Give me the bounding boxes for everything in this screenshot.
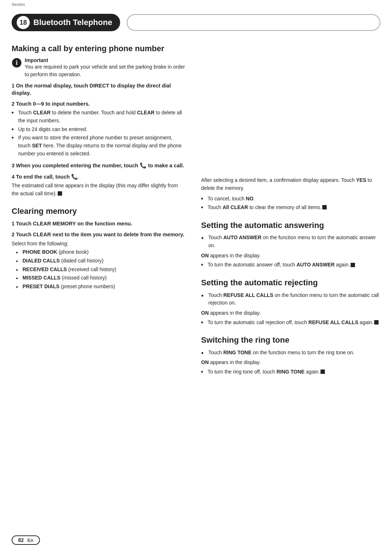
step-4-body: The estimated call time appears in the d… [12, 182, 185, 197]
section-label: Section [0, 0, 392, 7]
bullet-item: To turn the automatic answer off, touch … [201, 261, 380, 269]
important-icon: i [12, 58, 22, 68]
end-square-icon [322, 205, 327, 209]
ring-tone-bullets: To turn the ring tone off, touch RING TO… [201, 368, 380, 376]
call-icon: 📞 [140, 162, 147, 169]
auto-rejecting-dot-list: Touch REFUSE ALL CALLS on the function m… [201, 291, 380, 307]
end-square-icon [351, 263, 355, 267]
section-title: Bluetooth Telephone [33, 18, 112, 27]
page-number: 82 En [12, 535, 40, 545]
auto-answer-on: ON appears in the display. [201, 252, 380, 260]
clear-step-2-body: Select from the following: [12, 240, 185, 248]
auto-rejecting-heading: Setting the automatic rejecting [201, 278, 380, 288]
bullet-item: To turn the automatic call rejection off… [201, 319, 380, 327]
clear-step-2: 2 Touch CLEAR next to the item you want … [12, 231, 185, 290]
bullet-item: Up to 24 digits can be entered. [12, 126, 185, 134]
ring-tone-on: ON appears in the display. [201, 359, 380, 367]
ring-tone-dot-list: Touch RING TONE on the function menu to … [201, 349, 380, 357]
header-right-box [127, 14, 380, 31]
bullet-item: To turn the ring tone off, touch RING TO… [201, 368, 380, 376]
end-call-icon: 📞 [71, 173, 78, 180]
clearing-memory-heading: Clearing memory [12, 206, 185, 216]
auto-answering-dot-list: Touch AUTO ANSWER on the function menu t… [201, 234, 380, 249]
section-badge: 18 Bluetooth Telephone [12, 14, 120, 31]
clearing-bullets: To cancel, touch NO. Touch All CLEAR to … [201, 195, 380, 211]
auto-reject-on: ON appears in the display. [201, 309, 380, 317]
step-2-bullets: Touch CLEAR to delete the number. Touch … [12, 109, 185, 158]
step-2: 2 Touch 0—9 to input numbers. Touch CLEA… [12, 100, 185, 158]
bullet-all-clear: Touch All CLEAR to clear the memory of a… [201, 204, 380, 212]
list-item: DIALED CALLS (dialed call history) [16, 257, 185, 265]
clear-step-1-header: 1 Touch CLEAR MEMORY on the function men… [12, 220, 185, 227]
end-square-icon [58, 191, 62, 196]
dot-item: Touch REFUSE ALL CALLS on the function m… [201, 291, 380, 307]
dot-item: Touch AUTO ANSWER on the function menu t… [201, 234, 380, 249]
page-header: 18 Bluetooth Telephone [0, 7, 392, 35]
list-item: RECEIVED CALLS (received call history) [16, 266, 185, 274]
important-box: i Important You are required to park you… [12, 57, 185, 78]
important-text: You are required to park your vehicle an… [25, 63, 185, 78]
ring-tone-heading: Switching the ring tone [201, 335, 380, 345]
step-4-header: 4 To end the call, touch 📞. [12, 173, 185, 180]
clear-step-2-header: 2 Touch CLEAR next to the item you want … [12, 231, 185, 238]
section-number: 18 [17, 16, 30, 29]
auto-answering-heading: Setting the automatic answering [201, 220, 380, 230]
auto-reject-bullets: To turn the automatic call rejection off… [201, 319, 380, 327]
end-square-icon [320, 370, 325, 374]
step-1-header: 1 On the normal display, touch DIRECT to… [12, 82, 185, 97]
main-content: Making a call by entering phone number i… [0, 35, 392, 378]
clearing-items-list: PHONE BOOK (phone book) DIALED CALLS (di… [16, 248, 185, 290]
dot-item: Touch RING TONE on the function menu to … [201, 349, 380, 357]
making-call-heading: Making a call by entering phone number [12, 44, 185, 54]
bullet-item: Touch CLEAR to delete the number. Touch … [12, 109, 185, 125]
bullet-item: If you want to store the entered phone n… [12, 134, 185, 158]
list-item: MISSED CALLS (missed call history) [16, 274, 185, 282]
step-1: 1 On the normal display, touch DIRECT to… [12, 82, 185, 97]
step-4: 4 To end the call, touch 📞. The estimate… [12, 173, 185, 198]
end-square-icon [374, 320, 379, 325]
svg-text:i: i [16, 59, 17, 66]
auto-answer-bullets: To turn the automatic answer off, touch … [201, 261, 380, 269]
list-item: PRESET DIALS (preset phone numbers) [16, 283, 185, 291]
clear-step-1: 1 Touch CLEAR MEMORY on the function men… [12, 220, 185, 227]
right-column: After selecting a desired item, a confir… [196, 35, 380, 378]
left-column: Making a call by entering phone number i… [12, 35, 196, 378]
step-2-header: 2 Touch 0—9 to input numbers. [12, 100, 185, 107]
important-label: Important [25, 57, 185, 63]
after-select-text: After selecting a desired item, a confir… [201, 176, 380, 192]
list-item: PHONE BOOK (phone book) [16, 248, 185, 256]
step-3: 3 When you completed entering the number… [12, 162, 185, 169]
step-3-header: 3 When you completed entering the number… [12, 162, 185, 169]
bullet-cancel: To cancel, touch NO. [201, 195, 380, 203]
